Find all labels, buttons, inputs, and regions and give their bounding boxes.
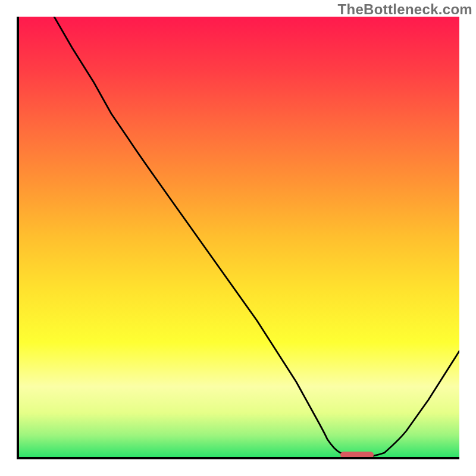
chart-svg xyxy=(19,17,459,457)
plot-area xyxy=(17,17,459,459)
watermark-label: TheBottleneck.com xyxy=(338,1,472,18)
chart-container: TheBottleneck.com xyxy=(0,0,476,476)
bottleneck-curve-path xyxy=(54,17,459,457)
optimal-range-marker xyxy=(340,452,374,457)
